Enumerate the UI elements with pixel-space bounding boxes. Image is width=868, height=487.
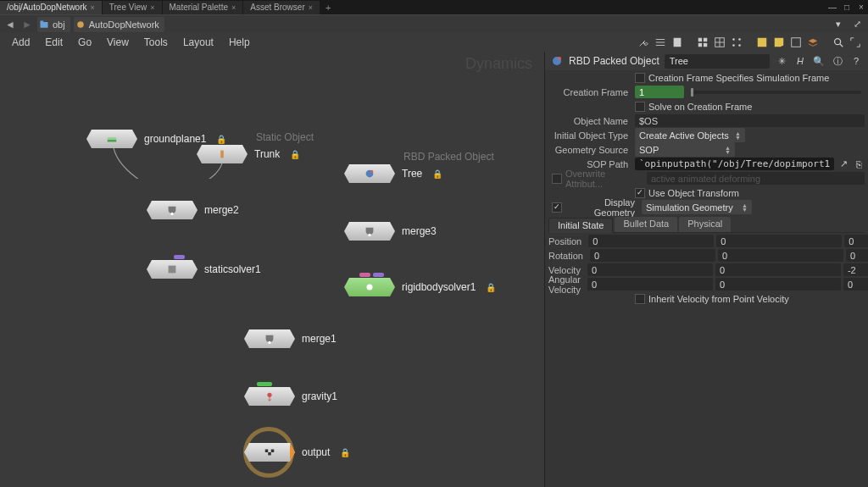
- network-type-label: Dynamics: [465, 55, 532, 73]
- close-icon[interactable]: ×: [231, 3, 236, 12]
- init-type-label: Initial Object Type: [548, 130, 632, 141]
- rotation-y-input[interactable]: [718, 249, 843, 262]
- tab-treeview[interactable]: Tree View×: [103, 1, 162, 14]
- menu-layout[interactable]: Layout: [176, 34, 220, 51]
- tab-assetbrowser[interactable]: Asset Browser×: [243, 1, 320, 14]
- velocity-y-input[interactable]: [715, 263, 841, 276]
- sop-path-input[interactable]: [635, 158, 834, 170]
- crumb-network[interactable]: AutoDopNetwork: [74, 17, 164, 32]
- menu-go[interactable]: Go: [71, 34, 98, 51]
- node-merge2[interactable]: merge2: [147, 201, 239, 219]
- position-y-input[interactable]: [716, 235, 842, 247]
- crumb-obj[interactable]: obj: [37, 17, 70, 32]
- menu-edit[interactable]: Edit: [38, 34, 70, 51]
- position-x-input[interactable]: [588, 235, 714, 247]
- svg-rect-5: [704, 38, 707, 42]
- info-icon[interactable]: ⓘ: [831, 54, 844, 68]
- help-icon[interactable]: ?: [849, 54, 863, 68]
- position-z-input[interactable]: [844, 235, 868, 247]
- svg-rect-14: [792, 38, 801, 47]
- velocity-x-input[interactable]: [587, 263, 713, 276]
- node-merge1[interactable]: merge1: [244, 329, 337, 348]
- menu-add[interactable]: Add: [5, 34, 36, 51]
- tab-autodop[interactable]: /obj/AutoDopNetwork×: [0, 1, 102, 14]
- node-tree[interactable]: RBD Packed Object Tree🔒: [344, 164, 442, 183]
- angvel-x-input[interactable]: [587, 278, 713, 291]
- svg-point-31: [558, 57, 561, 60]
- creation-frame-input[interactable]: [635, 86, 684, 98]
- add-tab-button[interactable]: +: [320, 3, 336, 13]
- svg-rect-1: [41, 20, 44, 22]
- expand-icon[interactable]: [848, 35, 863, 50]
- tab-bullet-data[interactable]: Bullet Data: [615, 217, 677, 232]
- overwrite-attr-checkbox[interactable]: [552, 174, 562, 184]
- sticky-icon[interactable]: [754, 35, 770, 50]
- close-icon[interactable]: ×: [854, 3, 868, 12]
- node-rigidbodysolver[interactable]: rigidbodysolver1🔒: [344, 278, 496, 296]
- close-icon[interactable]: ×: [309, 3, 313, 12]
- node-merge3[interactable]: merge3: [344, 222, 437, 241]
- svg-point-12: [738, 44, 741, 47]
- velocity-z-input[interactable]: [843, 263, 868, 276]
- geo-source-select[interactable]: SOP▲▼: [635, 142, 735, 157]
- rotation-z-input[interactable]: [846, 249, 868, 262]
- inherit-vel-label: Inherit Velocity from Point Velocity: [648, 294, 789, 304]
- choose-path-icon[interactable]: ⎘: [853, 158, 865, 170]
- forward-button[interactable]: ►: [20, 18, 34, 31]
- close-icon[interactable]: ×: [91, 3, 95, 12]
- box-icon[interactable]: [788, 35, 804, 50]
- minimize-icon[interactable]: —: [826, 3, 839, 12]
- pin-icon[interactable]: ▾: [831, 19, 846, 30]
- menu-view[interactable]: View: [100, 34, 136, 51]
- angvel-z-input[interactable]: [843, 278, 868, 291]
- init-type-select[interactable]: Create Active Objects▲▼: [635, 128, 745, 142]
- page-icon[interactable]: [670, 35, 685, 50]
- tab-physical[interactable]: Physical: [679, 217, 731, 232]
- grid-icon[interactable]: [695, 35, 710, 50]
- angvel-y-input[interactable]: [715, 278, 841, 291]
- maximize-icon[interactable]: □: [840, 3, 854, 12]
- open-path-icon[interactable]: ↗: [837, 158, 849, 170]
- tab-matpalette[interactable]: Material Palette×: [163, 1, 243, 14]
- list-icon[interactable]: [653, 35, 668, 50]
- svg-rect-28: [268, 452, 271, 456]
- gear-icon[interactable]: ✳: [775, 54, 788, 68]
- solve-on-cf-label: Solve on Creation Frame: [648, 102, 752, 112]
- expand-icon[interactable]: ⤢: [849, 19, 865, 30]
- node-canvas[interactable]: Dynamics groundplane1🔒 Static Object: [0, 52, 544, 487]
- node-output[interactable]: output🔒: [244, 443, 350, 462]
- object-name-input[interactable]: [635, 114, 865, 127]
- layers-icon[interactable]: [805, 35, 821, 50]
- svg-rect-16: [108, 140, 117, 142]
- rotation-x-input[interactable]: [590, 249, 715, 262]
- inherit-vel-checkbox[interactable]: [635, 294, 645, 304]
- solve-on-cf-checkbox[interactable]: [635, 102, 645, 112]
- note-icon[interactable]: [771, 35, 787, 50]
- search-icon[interactable]: 🔍: [812, 54, 826, 68]
- creation-frame-spec-label: Creation Frame Specifies Simulation Fram…: [648, 73, 829, 83]
- filter-icon[interactable]: H: [793, 54, 807, 68]
- creation-frame-slider[interactable]: [691, 91, 861, 94]
- display-geo-checkbox[interactable]: [552, 202, 562, 213]
- tab-initial-state[interactable]: Initial State: [548, 218, 613, 233]
- display-geo-select[interactable]: Simulation Geometry▲▼: [642, 200, 752, 214]
- svg-rect-0: [41, 22, 48, 28]
- wrench-icon[interactable]: [636, 35, 651, 50]
- menu-tools[interactable]: Tools: [137, 34, 175, 51]
- grid2-icon[interactable]: [712, 35, 727, 50]
- node-name-input[interactable]: Tree: [665, 54, 770, 69]
- node-staticsolver[interactable]: staticsolver1: [147, 260, 261, 279]
- lock-icon: 🔒: [486, 283, 496, 292]
- dots-icon[interactable]: [729, 35, 744, 50]
- menu-help[interactable]: Help: [222, 34, 257, 51]
- back-button[interactable]: ◄: [3, 18, 17, 31]
- search-icon[interactable]: [831, 35, 846, 50]
- creation-frame-spec-checkbox[interactable]: [635, 73, 645, 83]
- svg-rect-29: [271, 450, 275, 453]
- display-geo-label: Display Geometry: [565, 197, 638, 218]
- node-trunk[interactable]: Static Object Trunk🔒: [197, 145, 300, 163]
- node-gravity[interactable]: gravity1: [244, 387, 337, 406]
- svg-point-10: [738, 38, 741, 41]
- close-icon[interactable]: ×: [150, 3, 154, 12]
- creation-frame-label: Creation Frame: [548, 87, 632, 97]
